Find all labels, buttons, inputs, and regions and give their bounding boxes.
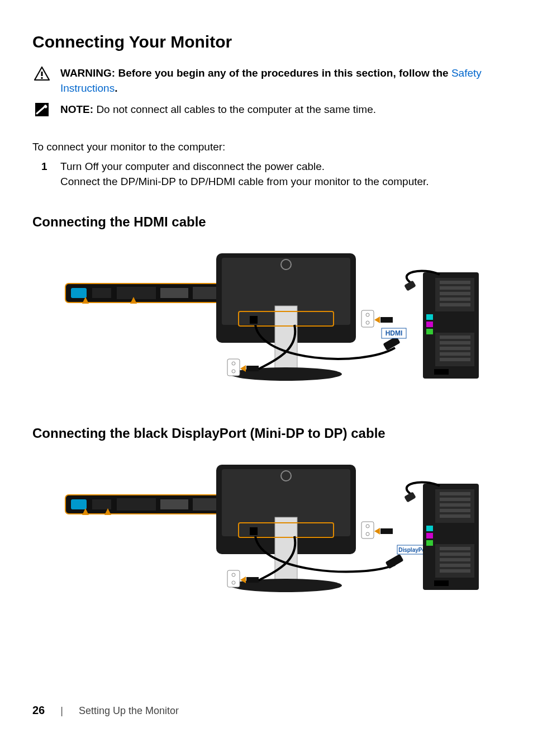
svg-rect-72 (440, 558, 470, 561)
svg-rect-27 (426, 329, 433, 334)
svg-rect-84 (246, 577, 259, 583)
svg-rect-30 (440, 341, 470, 344)
svg-rect-76 (404, 492, 416, 502)
svg-rect-1 (41, 77, 43, 79)
subheading-dp: Connecting the black DisplayPort (Mini-D… (32, 426, 501, 441)
svg-rect-73 (440, 564, 470, 567)
diagram-hdmi: HDMI (49, 250, 484, 395)
intro-text: To connect your monitor to the computer: (32, 141, 501, 153)
svg-rect-63 (440, 503, 470, 507)
svg-rect-7 (160, 288, 188, 298)
svg-rect-24 (440, 303, 470, 306)
svg-rect-68 (426, 540, 433, 546)
svg-rect-35 (404, 280, 416, 291)
diagram-displayport: DisplayPort (49, 461, 484, 607)
svg-rect-33 (440, 358, 470, 361)
svg-rect-4 (71, 288, 87, 298)
svg-rect-45 (71, 499, 87, 509)
page-number: 26 (32, 704, 45, 717)
svg-rect-31 (440, 347, 470, 350)
svg-rect-57 (386, 554, 404, 569)
svg-rect-5 (92, 288, 111, 298)
page-title: Connecting Your Monitor (32, 32, 501, 51)
svg-rect-71 (440, 552, 470, 556)
note-icon (35, 102, 49, 117)
svg-rect-56 (250, 527, 258, 535)
svg-rect-20 (440, 281, 470, 284)
warning-icon (34, 66, 50, 82)
svg-rect-46 (92, 499, 111, 509)
svg-rect-65 (440, 514, 470, 518)
svg-rect-21 (440, 286, 470, 290)
footer-section: Setting Up the Monitor (79, 705, 179, 717)
page-footer: 26 | Setting Up the Monitor (32, 704, 179, 717)
note-text: NOTE: Do not connect all cables to the c… (60, 102, 501, 117)
svg-rect-26 (426, 322, 433, 327)
svg-rect-47 (117, 498, 156, 511)
svg-rect-22 (440, 292, 470, 295)
svg-rect-39 (380, 317, 393, 323)
step-number: 1 (41, 159, 49, 190)
svg-rect-75 (434, 580, 449, 586)
footer-divider: | (60, 705, 63, 717)
warning-text: WARNING: Before you begin any of the pro… (60, 66, 501, 96)
svg-rect-74 (440, 569, 470, 573)
note-callout: NOTE: Do not connect all cables to the c… (32, 102, 501, 117)
svg-rect-15 (250, 316, 258, 324)
svg-rect-25 (426, 314, 433, 320)
warning-callout: WARNING: Before you begin any of the pro… (32, 66, 501, 96)
svg-rect-67 (426, 533, 433, 538)
svg-rect-34 (434, 369, 449, 375)
svg-rect-80 (380, 528, 393, 534)
svg-rect-23 (440, 297, 470, 301)
svg-rect-29 (440, 336, 470, 339)
svg-rect-48 (160, 499, 188, 509)
figure-hdmi: HDMI (32, 244, 501, 401)
figure-displayport: DisplayPort (32, 456, 501, 612)
subheading-hdmi: Connecting the HDMI cable (32, 214, 501, 230)
svg-rect-32 (440, 352, 470, 356)
svg-rect-0 (41, 72, 43, 76)
svg-rect-62 (440, 498, 470, 501)
svg-rect-66 (426, 526, 433, 531)
svg-rect-64 (440, 509, 470, 512)
hdmi-label: HDMI (386, 329, 403, 337)
svg-rect-43 (246, 366, 259, 371)
step-1: 1 Turn Off your computer and disconnect … (32, 159, 501, 190)
svg-rect-70 (440, 547, 470, 550)
svg-rect-61 (440, 492, 470, 495)
step-body: Turn Off your computer and disconnect th… (60, 159, 501, 190)
svg-rect-6 (117, 287, 156, 299)
